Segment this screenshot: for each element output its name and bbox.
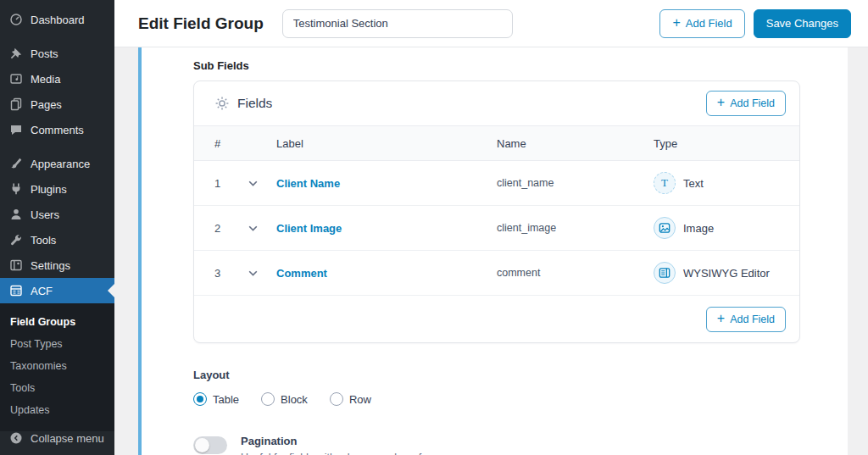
fields-gear-icon <box>214 96 230 111</box>
column-name: Name <box>497 137 654 150</box>
image-type-icon <box>654 217 676 239</box>
pagination-text: Pagination Useful for fields with a larg… <box>241 435 450 455</box>
sidebar-item-comments[interactable]: Comments <box>0 117 114 142</box>
sidebar-item-label: Tools <box>31 234 56 247</box>
dashboard-icon <box>9 13 23 26</box>
header-actions: + Add Field Save Changes <box>659 9 851 38</box>
field-type: TText <box>654 172 799 194</box>
sidebar-item-pages[interactable]: Pages <box>0 92 114 117</box>
plus-icon: + <box>717 312 725 325</box>
plus-icon: + <box>672 16 680 30</box>
field-group-title-input[interactable] <box>282 9 513 38</box>
pagination-label: Pagination <box>241 435 450 447</box>
radio-label: Table <box>213 393 239 406</box>
wysiwyg-type-icon <box>654 262 676 284</box>
sub-fields-panel: Fields + Add Field # Label Name Type 1Cl… <box>193 80 800 343</box>
layout-radio-table[interactable]: Table <box>193 392 239 406</box>
acf-submenu: Field GroupsPost TypesTaxonomiesToolsUpd… <box>0 303 114 431</box>
field-order: 1 <box>194 177 248 190</box>
add-field-label: Add Field <box>730 97 775 109</box>
sidebar-item-media[interactable]: Media <box>0 66 114 92</box>
sidebar-item-appearance[interactable]: Appearance <box>0 151 114 176</box>
admin-sidebar: DashboardPostsMediaPagesCommentsAppearan… <box>0 0 114 455</box>
add-field-button-panel-top[interactable]: + Add Field <box>706 91 786 116</box>
field-row-client_image: 2Client Imageclient_imageImage <box>194 206 799 251</box>
field-label-link[interactable]: Comment <box>276 267 327 280</box>
submenu-item-updates[interactable]: Updates <box>0 399 114 421</box>
acf-icon <box>9 284 23 297</box>
pagination-toggle[interactable] <box>193 436 227 454</box>
add-field-button-panel-bottom[interactable]: + Add Field <box>706 307 786 332</box>
sidebar-item-plugins[interactable]: Plugins <box>0 176 114 202</box>
field-name: client_name <box>497 177 654 189</box>
sub-fields-label: Sub Fields <box>193 59 848 72</box>
appearance-icon <box>9 157 23 170</box>
submenu-item-post-types[interactable]: Post Types <box>0 333 114 355</box>
sidebar-item-label: Users <box>31 208 59 221</box>
column-order: # <box>194 137 248 150</box>
submenu-item-taxonomies[interactable]: Taxonomies <box>0 355 114 377</box>
sidebar-item-label: Media <box>31 73 60 86</box>
layout-setting: Layout TableBlockRow <box>193 369 848 406</box>
submenu-item-tools[interactable]: Tools <box>0 377 114 399</box>
sidebar-item-tools[interactable]: Tools <box>0 227 114 252</box>
tools-icon <box>9 233 23 247</box>
field-order: 3 <box>194 267 248 280</box>
field-row-client_name: 1Client Nameclient_nameTText <box>194 161 799 206</box>
chevron-down-icon[interactable] <box>248 270 276 276</box>
radio-label: Block <box>281 393 308 406</box>
field-type: WYSIWYG Editor <box>654 262 799 284</box>
chevron-down-icon[interactable] <box>248 225 276 231</box>
sidebar-item-label: Plugins <box>31 183 67 196</box>
field-type-label: Text <box>683 177 704 190</box>
add-field-label: Add Field <box>686 17 732 30</box>
sidebar-item-posts[interactable]: Posts <box>0 41 114 66</box>
field-name: client_image <box>497 222 654 234</box>
sidebar-item-label: Dashboard <box>31 14 85 26</box>
save-changes-button[interactable]: Save Changes <box>754 9 851 38</box>
column-label: Label <box>276 137 497 150</box>
text-type-icon: T <box>654 172 676 194</box>
radio-unselected-icon <box>330 392 343 406</box>
sidebar-item-label: Comments <box>31 124 84 136</box>
sidebar-item-users[interactable]: Users <box>0 202 114 227</box>
page-title: Edit Field Group <box>138 14 264 33</box>
pages-icon <box>9 97 23 111</box>
field-label-link[interactable]: Client Name <box>276 177 340 190</box>
layout-label: Layout <box>193 369 848 381</box>
sidebar-item-dashboard[interactable]: Dashboard <box>0 7 114 32</box>
save-changes-label: Save Changes <box>766 17 838 30</box>
field-type-label: WYSIWYG Editor <box>683 267 770 280</box>
fields-table-body: 1Client Nameclient_nameTText2Client Imag… <box>194 161 799 296</box>
field-settings-panel: Sub Fields Fields + Add Field # Label Na… <box>142 47 848 455</box>
pagination-setting: Pagination Useful for fields with a larg… <box>193 435 848 455</box>
users-icon <box>9 208 23 221</box>
field-label-link[interactable]: Client Image <box>276 222 342 235</box>
sidebar-item-acf[interactable]: ACF <box>0 278 114 303</box>
open-field-accent-line <box>138 47 142 455</box>
sidebar-item-label: ACF <box>31 285 53 297</box>
add-field-button[interactable]: + Add Field <box>659 9 744 38</box>
submenu-item-field-groups[interactable]: Field Groups <box>0 311 114 333</box>
chevron-down-icon[interactable] <box>248 180 276 186</box>
radio-selected-icon <box>193 392 207 406</box>
field-name: comment <box>497 267 654 279</box>
fields-table-footer: + Add Field <box>194 296 799 342</box>
radio-unselected-icon <box>261 392 275 406</box>
column-type: Type <box>654 137 799 150</box>
sidebar-item-settings[interactable]: Settings <box>0 252 114 278</box>
field-type-label: Image <box>683 222 714 235</box>
collapse-menu-button[interactable]: Collapse menu <box>0 431 114 445</box>
fields-panel-title: Fields <box>237 96 272 111</box>
admin-menu: DashboardPostsMediaPagesCommentsAppearan… <box>0 0 114 303</box>
media-icon <box>9 72 23 86</box>
radio-label: Row <box>349 393 371 406</box>
toggle-knob <box>195 438 209 452</box>
layout-radio-block[interactable]: Block <box>261 392 308 406</box>
field-type: Image <box>654 217 799 239</box>
field-row-comment: 3CommentcommentWYSIWYG Editor <box>194 251 799 296</box>
collapse-arrow-icon <box>9 431 23 445</box>
layout-radio-row[interactable]: Row <box>330 392 371 406</box>
fields-table-header: # Label Name Type <box>194 125 799 161</box>
sidebar-item-label: Settings <box>31 259 70 272</box>
